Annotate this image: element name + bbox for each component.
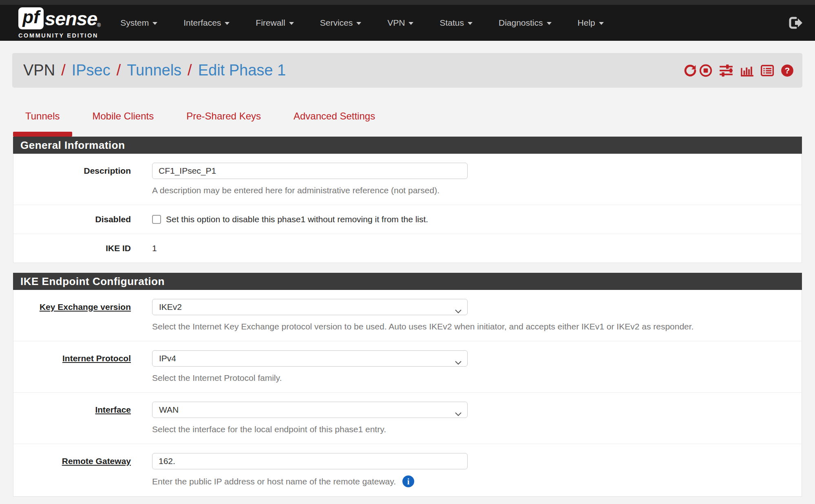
ike-id-label: IKE ID bbox=[13, 243, 131, 254]
chevron-down-icon bbox=[455, 306, 462, 316]
description-help: A description may be entered here for ad… bbox=[152, 185, 802, 196]
pf-logo-box: pf bbox=[18, 7, 44, 29]
caret-down-icon bbox=[468, 22, 473, 25]
interface-help: Select the interface for the local endpo… bbox=[152, 424, 802, 435]
interface-select[interactable]: WAN bbox=[152, 402, 468, 418]
nav-item-interfaces[interactable]: Interfaces bbox=[183, 18, 230, 28]
ike-id-row: IKE ID 1 bbox=[13, 234, 802, 263]
key-exchange-version-select[interactable]: IKEv2 bbox=[152, 299, 468, 315]
remote-gateway-label[interactable]: Remote Gateway bbox=[13, 453, 131, 487]
internet-protocol-select[interactable]: IPv4 bbox=[152, 350, 468, 367]
sense-logo-text: sense bbox=[45, 7, 97, 30]
breadcrumb-separator: / bbox=[117, 62, 121, 79]
tab-advanced-settings[interactable]: Advanced Settings bbox=[281, 105, 387, 137]
key-exchange-version-help: Select the Internet Key Exchange protoco… bbox=[152, 321, 802, 332]
caret-down-icon bbox=[289, 22, 294, 25]
caret-down-icon bbox=[409, 22, 413, 25]
summary-list-icon[interactable] bbox=[760, 64, 774, 77]
breadcrumb-tunnels-link[interactable]: Tunnels bbox=[127, 62, 181, 79]
tab-tunnels[interactable]: Tunnels bbox=[13, 105, 72, 137]
description-input[interactable] bbox=[152, 163, 468, 179]
pfsense-logo[interactable]: pf sense ® COMMUNITY EDITION bbox=[18, 7, 101, 39]
disabled-row: Disabled Set this option to disable this… bbox=[13, 205, 802, 234]
help-icon[interactable]: ? bbox=[780, 64, 794, 77]
internet-protocol-value: IPv4 bbox=[159, 354, 176, 363]
key-exchange-version-label[interactable]: Key Exchange version bbox=[13, 299, 131, 332]
stop-circle-icon[interactable] bbox=[699, 64, 713, 77]
nav-item-label: System bbox=[120, 18, 149, 28]
caret-down-icon bbox=[547, 22, 552, 25]
interface-value: WAN bbox=[159, 405, 179, 415]
ike-endpoint-configuration-panel: IKE Endpoint Configuration Key Exchange … bbox=[13, 273, 802, 497]
breadcrumb-vpn: VPN bbox=[23, 62, 55, 79]
caret-down-icon bbox=[225, 22, 230, 25]
caret-down-icon bbox=[356, 22, 361, 25]
ike-id-value: 1 bbox=[152, 243, 802, 254]
nav-item-system[interactable]: System bbox=[120, 18, 157, 28]
nav-item-firewall[interactable]: Firewall bbox=[256, 18, 294, 28]
nav-item-label: Status bbox=[440, 18, 464, 28]
interface-label[interactable]: Interface bbox=[13, 402, 131, 435]
refresh-icon[interactable] bbox=[683, 64, 697, 77]
sign-out-icon[interactable] bbox=[788, 16, 803, 30]
community-edition-label: COMMUNITY EDITION bbox=[18, 32, 101, 39]
disabled-checkbox[interactable] bbox=[152, 215, 161, 224]
nav-item-services[interactable]: Services bbox=[320, 18, 362, 28]
internet-protocol-row: Internet Protocol IPv4 Select the Intern… bbox=[13, 341, 802, 392]
tab-pre-shared-keys[interactable]: Pre-Shared Keys bbox=[174, 105, 273, 137]
key-exchange-version-row: Key Exchange version IKEv2 Select the In… bbox=[13, 290, 802, 341]
page-action-icons: ? bbox=[683, 64, 794, 77]
description-label: Description bbox=[13, 163, 131, 196]
disabled-checkbox-text: Set this option to disable this phase1 w… bbox=[166, 214, 428, 225]
section-title-general-information: General Information bbox=[13, 137, 802, 154]
window-top-strip bbox=[0, 0, 815, 5]
breadcrumb-separator: / bbox=[61, 62, 66, 79]
tab-mobile-clients[interactable]: Mobile Clients bbox=[80, 105, 166, 137]
nav-item-label: Interfaces bbox=[183, 18, 221, 28]
breadcrumb-ipsec-link[interactable]: IPsec bbox=[72, 62, 110, 79]
chevron-down-icon bbox=[455, 357, 462, 367]
nav-item-status[interactable]: Status bbox=[440, 18, 473, 28]
tab-bar: Tunnels Mobile Clients Pre-Shared Keys A… bbox=[13, 105, 815, 137]
caret-down-icon bbox=[599, 22, 604, 25]
breadcrumb-edit-phase1-link[interactable]: Edit Phase 1 bbox=[198, 62, 286, 79]
nav-item-label: Diagnostics bbox=[499, 18, 543, 28]
info-icon[interactable]: i bbox=[402, 475, 414, 487]
bar-chart-icon[interactable] bbox=[740, 64, 754, 77]
chevron-down-icon bbox=[455, 409, 462, 418]
remote-gateway-help: Enter the public IP address or host name… bbox=[152, 476, 396, 487]
main-navbar: pf sense ® COMMUNITY EDITION System Inte… bbox=[0, 5, 815, 41]
registered-mark: ® bbox=[97, 22, 101, 28]
svg-text:?: ? bbox=[785, 66, 790, 75]
nav-item-label: Firewall bbox=[256, 18, 285, 28]
nav-item-diagnostics[interactable]: Diagnostics bbox=[499, 18, 552, 28]
interface-row: Interface WAN Select the interface for t… bbox=[13, 392, 802, 444]
description-row: Description A description may be entered… bbox=[13, 154, 802, 205]
breadcrumb-bar: VPN / IPsec / Tunnels / Edit Phase 1 bbox=[12, 53, 802, 88]
general-information-panel: General Information Description A descri… bbox=[13, 137, 802, 263]
nav-item-label: Services bbox=[320, 18, 353, 28]
nav-item-vpn[interactable]: VPN bbox=[387, 18, 413, 28]
breadcrumb: VPN / IPsec / Tunnels / Edit Phase 1 bbox=[23, 62, 286, 79]
nav-menu: System Interfaces Firewall Services VPN … bbox=[120, 18, 604, 28]
nav-item-help[interactable]: Help bbox=[578, 18, 604, 28]
sliders-icon[interactable] bbox=[719, 64, 733, 77]
key-exchange-version-value: IKEv2 bbox=[159, 302, 182, 312]
caret-down-icon bbox=[152, 22, 157, 25]
breadcrumb-separator: / bbox=[188, 62, 192, 79]
nav-item-label: Help bbox=[578, 18, 595, 28]
remote-gateway-input[interactable] bbox=[152, 453, 468, 469]
internet-protocol-label[interactable]: Internet Protocol bbox=[13, 350, 131, 383]
section-title-ike-endpoint-configuration: IKE Endpoint Configuration bbox=[13, 273, 802, 290]
remote-gateway-row: Remote Gateway Enter the public IP addre… bbox=[13, 444, 802, 496]
internet-protocol-help: Select the Internet Protocol family. bbox=[152, 373, 802, 383]
disabled-label: Disabled bbox=[13, 214, 131, 225]
nav-item-label: VPN bbox=[387, 18, 405, 28]
